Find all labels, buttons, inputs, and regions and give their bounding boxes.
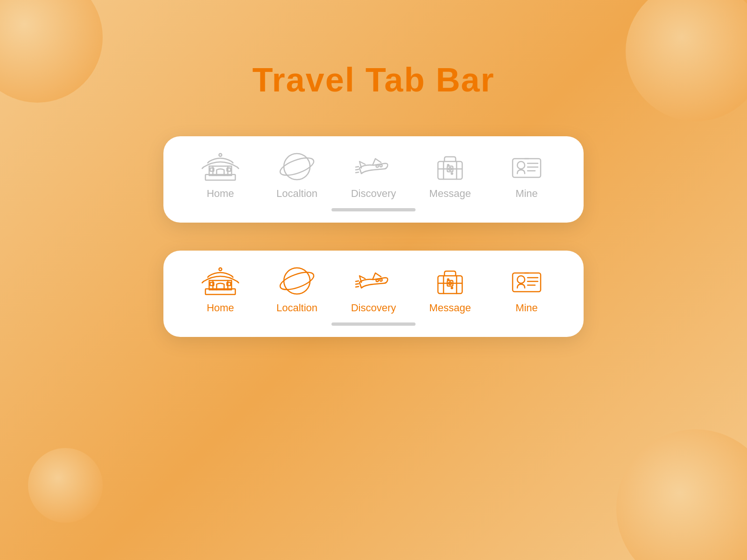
svg-rect-37 xyxy=(227,282,231,286)
tab-mine-active[interactable]: Mine xyxy=(489,265,564,314)
tab-location-active[interactable]: Localtion xyxy=(260,265,334,314)
svg-line-16 xyxy=(356,169,359,170)
tab-message-active-label: Message xyxy=(429,302,471,314)
tab-message-inactive[interactable]: Message xyxy=(413,150,487,200)
tab-message-active[interactable]: Message xyxy=(413,265,487,314)
tab-indicator-inactive xyxy=(331,208,416,211)
message-icon-inactive xyxy=(431,150,469,183)
home-icon-active xyxy=(202,265,239,297)
svg-rect-4 xyxy=(210,168,214,171)
tab-discovery-inactive[interactable]: Discovery xyxy=(336,150,411,200)
tab-location-inactive[interactable]: Localtion xyxy=(260,150,334,200)
svg-rect-58 xyxy=(513,273,541,292)
tab-home-active[interactable]: Home xyxy=(183,265,258,314)
tab-mine-inactive-label: Mine xyxy=(515,188,538,200)
tab-bar-inactive-items: Home Localtion xyxy=(182,150,565,200)
svg-line-17 xyxy=(356,172,359,173)
mine-icon-inactive xyxy=(508,150,545,183)
tab-home-inactive-label: Home xyxy=(207,188,234,200)
svg-rect-5 xyxy=(227,168,231,171)
tab-home-active-label: Home xyxy=(207,302,234,314)
discovery-icon-inactive xyxy=(355,150,392,183)
page-title: Travel Tab Bar xyxy=(253,61,495,99)
tab-message-inactive-label: Message xyxy=(429,188,471,200)
tab-discovery-inactive-label: Discovery xyxy=(351,188,396,200)
message-icon-active xyxy=(431,265,469,297)
decorative-circle-bottomright xyxy=(616,429,747,560)
tab-location-inactive-label: Localtion xyxy=(276,188,317,200)
discovery-icon-active xyxy=(355,265,392,297)
svg-point-27 xyxy=(517,161,525,169)
svg-line-40 xyxy=(237,281,239,283)
tab-discovery-active-label: Discovery xyxy=(351,302,396,314)
tab-indicator-active xyxy=(331,322,416,326)
svg-line-41 xyxy=(208,276,209,277)
tab-mine-active-label: Mine xyxy=(515,302,538,314)
svg-point-57 xyxy=(451,287,453,289)
svg-line-42 xyxy=(232,276,233,277)
tab-mine-inactive[interactable]: Mine xyxy=(489,150,564,200)
svg-point-46 xyxy=(380,279,382,281)
svg-line-7 xyxy=(202,167,204,168)
svg-point-14 xyxy=(380,165,382,167)
svg-line-48 xyxy=(356,284,359,284)
svg-line-9 xyxy=(208,161,209,163)
svg-point-59 xyxy=(517,276,525,283)
tab-bar-active-items: Home Localtion xyxy=(182,265,565,314)
svg-point-44 xyxy=(278,269,316,293)
decorative-circle-bottomleft xyxy=(28,448,103,523)
tab-bar-active: Home Localtion xyxy=(163,251,584,337)
svg-line-47 xyxy=(356,281,359,281)
svg-line-15 xyxy=(356,167,359,167)
tab-location-active-label: Localtion xyxy=(276,302,317,314)
svg-point-24 xyxy=(448,165,449,166)
svg-rect-36 xyxy=(210,282,214,286)
location-icon-inactive xyxy=(278,150,316,183)
svg-line-8 xyxy=(237,167,239,168)
decorative-circle-topleft xyxy=(0,0,103,103)
svg-point-12 xyxy=(278,154,316,179)
svg-line-49 xyxy=(356,287,359,287)
tab-bar-inactive: Home Localtion xyxy=(163,136,584,223)
svg-point-6 xyxy=(219,154,222,156)
mine-icon-active xyxy=(508,265,545,297)
svg-line-39 xyxy=(202,281,204,283)
tab-home-inactive[interactable]: Home xyxy=(183,150,258,200)
svg-line-10 xyxy=(232,161,233,163)
svg-point-38 xyxy=(219,268,222,271)
svg-point-45 xyxy=(376,280,379,282)
location-icon-active xyxy=(278,265,316,297)
decorative-circle-topright xyxy=(626,0,747,121)
tab-discovery-active[interactable]: Discovery xyxy=(336,265,411,314)
svg-point-25 xyxy=(451,173,453,175)
svg-rect-26 xyxy=(513,159,541,177)
home-icon-inactive xyxy=(202,150,239,183)
svg-point-56 xyxy=(448,279,449,280)
svg-point-13 xyxy=(376,165,379,168)
